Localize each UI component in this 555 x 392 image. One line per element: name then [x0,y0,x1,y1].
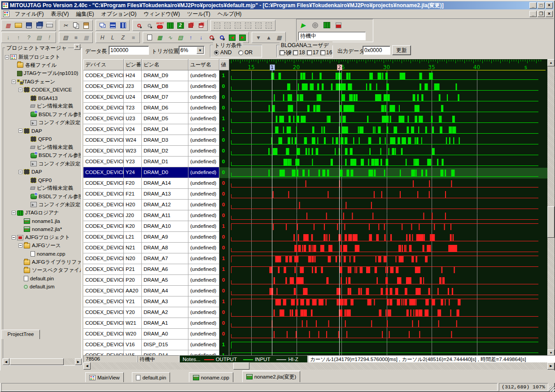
tab-noname2.jla(変更)[interactable]: noname2.jla(変更) [242,371,300,382]
scroll-up-icon[interactable]: ▲ [547,59,555,66]
blogana-check-19[interactable]: 19 [280,49,291,56]
tab-default.pin[interactable]: default.pin [132,372,170,382]
scroll-thumb[interactable] [10,358,64,365]
paste-button[interactable] [81,21,91,30]
tree-item-noname2.jla*[interactable]: noname2.jla* [4,225,81,233]
flash-verify-button[interactable]: ▦ [274,33,284,42]
scroll-left-icon[interactable]: ◀ [83,362,91,370]
tree-item-BGA413[interactable]: BGA413 [4,94,81,102]
table-row-DRAM_D3[interactable]: CODEX_DEVICEW24DRAM_D3(undefined)0 [83,135,229,146]
tab-MainView[interactable]: MainView [85,372,124,382]
open-project-button[interactable] [13,21,23,30]
chip-alert-button[interactable]: ! [44,33,54,42]
maximize-button[interactable]: □ [538,2,545,9]
close-button[interactable]: × [546,2,553,9]
table-row-DRAM_D2[interactable]: CODEX_DEVICEW23DRAM_D2(undefined)0 [83,146,229,157]
table-row-DRAM_A0[interactable]: CODEX_DEVICEW20DRAM_A0(undefined)0 [83,329,229,340]
boundary-scan-view-button[interactable] [165,21,175,30]
table-row-DRAM_A7[interactable]: CODEX_DEVICEN20DRAM_A7(undefined)1 [83,253,229,264]
run-button[interactable]: ▶ [298,21,308,30]
mdi-close-button[interactable]: × [546,11,553,17]
scroll-right-icon[interactable]: ▶ [547,362,555,370]
arrow-up-button[interactable]: ↑ [186,33,196,42]
tree-item-ピン情報未定義[interactable]: ピン情報未定義 [4,143,81,151]
checkbox-icon[interactable] [307,50,312,55]
acquisition-status-field[interactable] [298,32,366,40]
print-button[interactable] [44,21,54,30]
tree-item-コンフィグ未設定[interactable]: コンフィグ未設定 [4,160,81,168]
scroll-right-icon[interactable]: ▶ [75,358,82,365]
menu-option[interactable]: オプション(O) [97,9,140,19]
table-row-DRAM_D4[interactable]: CODEX_DEVICEV24DRAM_D4(undefined)1 [83,124,229,135]
radio-or-icon[interactable] [238,50,243,55]
copy-button[interactable] [71,21,81,30]
boundary-scan-edit-button[interactable]: 2 [175,21,185,30]
table-row-DISP_D15[interactable]: CODEX_DEVICEV16DISP_D15(undefined)1 [83,340,229,350]
tree-item-コンフィグ未設定[interactable]: コンフィグ未設定 [4,118,81,126]
tree-item-default.pin[interactable]: default.pin [4,274,81,283]
table-row-DRAM_D0[interactable]: CODEX_DEVICEY24DRAM_D0(undefined)0 [83,167,229,178]
save-all-button[interactable] [34,21,44,30]
zoom-out-button[interactable] [217,33,227,42]
trigger-pos-select[interactable]: 6% ▼ [179,46,205,55]
device-disabled-6-button[interactable] [264,21,274,30]
tree-item-BSDLファイル参照[interactable]: BSDLファイル参照 [4,110,81,118]
tree-expander-icon[interactable] [12,211,16,215]
table-row-DRAM_A9[interactable]: CODEX_DEVICEL21DRAM_A9(undefined)0 [83,232,229,243]
update-button[interactable]: 更新 [392,45,411,55]
main-view-button[interactable]: ▦ [3,21,13,30]
arrow-down-button[interactable]: ↓ [196,33,206,42]
device-disabled-3-button[interactable] [233,21,243,30]
reset-button[interactable] [155,21,165,30]
table-row-DRAM_A10[interactable]: CODEX_DEVICEK20DRAM_A10(undefined)1 [83,221,229,232]
tree-item-AJFGソース[interactable]: AJFGソース [4,242,81,250]
vscroll-thumb[interactable] [547,206,555,238]
flash-read-button[interactable]: ▲ [264,33,274,42]
flash-write-button[interactable]: ▼ [253,33,263,42]
table-row-DRAM_A4[interactable]: CODEX_DEVICEAA20DRAM_A4(undefined)0 [83,286,229,296]
device-disabled-2-button[interactable] [223,21,232,30]
tree-item-noname1.jla[interactable]: noname1.jla [4,217,81,225]
output-data-input[interactable] [363,46,390,55]
menu-edit[interactable]: 編集(E) [72,9,97,19]
menu-tool[interactable]: ツール(T) [184,9,214,19]
checkbox-icon[interactable] [320,50,325,55]
blogana-check-16[interactable]: 16 [320,49,332,56]
tree-item-BSDLファイル参照[interactable]: BSDLファイル参照 [4,192,81,200]
tree-item-新規プロジェクト[interactable]: 新規プロジェクト [4,53,81,61]
radio-or[interactable]: OR [238,49,253,56]
table-row-DRAM_A12[interactable]: CODEX_DEVICEH20DRAM_A12(undefined)0 [83,200,229,210]
minimize-button[interactable]: _ [529,2,537,9]
table-row-DRAM_A11[interactable]: CODEX_DEVICEJ20DRAM_A11(undefined)0 [83,210,229,221]
device-disabled-4-button[interactable] [243,21,253,30]
table-row-DRAM_D7[interactable]: CODEX_DEVICEU24DRAM_D7(undefined)0 [83,92,229,103]
project-tree-tab[interactable]: ProjectTree [1,330,40,339]
table-row-DRAM_A13[interactable]: CODEX_DEVICEF21DRAM_A13(undefined)0 [83,189,229,200]
tree-expander-icon[interactable] [18,244,22,248]
set-low-button[interactable]: L [108,33,118,42]
set-hiz-button[interactable]: Z [118,33,128,42]
project-tree-hscrollbar[interactable]: ◀ ▶ [3,358,82,365]
tree-item-default.jsm[interactable]: default.jsm [4,283,81,291]
table-row-DRAM_D6[interactable]: CODEX_DEVICET23DRAM_D6(undefined)0 [83,103,229,113]
zoom-cursor-left-button[interactable]: ◀ [227,33,237,42]
table-row-DRAM_A1[interactable]: CODEX_DEVICEW21DRAM_A1(undefined)0 [83,318,229,329]
tree-expander-icon[interactable] [12,235,16,240]
blogana-check-17[interactable]: 17 [307,49,319,56]
column-header-3[interactable]: ユーザ名 [188,59,219,70]
notes-label[interactable]: Notes... [183,357,201,362]
column-header-4[interactable]: 値 [219,59,229,70]
tree-item-各種ファイル[interactable]: 各種ファイル [4,61,81,69]
tree-item-コンフィグ未設定[interactable]: コンフィグ未設定 [4,200,81,209]
column-header-0[interactable]: デバイス [83,59,124,70]
tree-item-JTAGチェーン[interactable]: JTAGチェーン [4,78,81,86]
tree-item-AJFGプロジェクト[interactable]: AJFGプロジェクト [4,234,81,242]
table-row-DRAM_A3[interactable]: CODEX_DEVICEY21DRAM_A3(undefined)1 [83,296,229,307]
pin-block-button[interactable]: ■ [71,33,81,42]
tree-expander-icon[interactable] [18,88,22,92]
stop-button[interactable] [310,21,320,30]
tree-item-BSDLファイル参照[interactable]: BSDLファイル参照 [4,152,81,160]
chip-download-button[interactable]: ↓ [3,33,13,42]
add-red-list-button[interactable] [196,21,206,30]
probe-disconnect-button[interactable] [144,21,154,30]
